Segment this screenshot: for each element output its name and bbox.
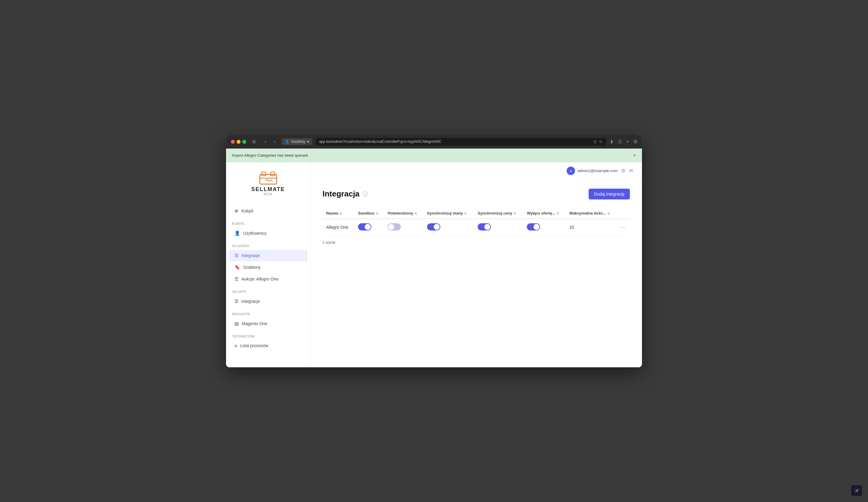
sidebar-section-label: TECHNICZNE — [226, 330, 310, 340]
main-content: a admin1@example.com ⚙ ✉ Integracja ⓘ Do… — [310, 163, 642, 367]
chevron-down-icon: ▾ — [307, 139, 309, 144]
avatar: a — [567, 167, 575, 175]
sidebar-toggle-icon[interactable]: ⊞ — [250, 139, 258, 145]
settings-icon[interactable]: ⚙ — [621, 168, 626, 174]
sidebar-item-integracje-sklepy[interactable]: ☰Integracje — [228, 296, 308, 307]
uzytkownicy-label: Użytkownicy — [243, 231, 267, 236]
page-title: Integracja — [322, 189, 360, 199]
toggle-synchronizuj_ceny[interactable] — [478, 223, 491, 230]
col-nazwa[interactable]: Nazwa⇅ — [322, 208, 354, 219]
profile-selector[interactable]: 👤 Osobisty ▾ — [282, 138, 312, 145]
new-tab-icon[interactable]: + — [626, 139, 629, 145]
cell-synchronizuj_ceny — [474, 219, 523, 236]
logo-beta: BETA — [264, 192, 272, 196]
uzytkownicy-icon: 👤 — [235, 230, 240, 236]
integracje-allegro-label: Integracje — [241, 253, 260, 258]
cast-icon: ⊡ — [593, 139, 597, 144]
sidebar-nav: ⊕KokpitKONTA👤UżytkownicyALLEGRO☰Integrac… — [226, 205, 310, 351]
toggle-wylacz_oferte[interactable] — [527, 223, 540, 230]
sidebar-item-integracje-allegro[interactable]: ☰Integracje — [228, 250, 308, 261]
download-icon[interactable]: ⬇ — [610, 139, 614, 145]
user-email: admin1@example.com — [577, 168, 618, 173]
logo-icon — [259, 171, 277, 185]
sidebar-section-label: KONTA — [226, 217, 310, 227]
aukcje-icon: ☰ — [235, 276, 238, 282]
col-synchronizuj-ceny[interactable]: Synchronizuj ceny⇅ — [474, 208, 523, 219]
more-actions-button[interactable]: ··· — [621, 224, 626, 230]
table-body: Allegro One10··· — [322, 219, 630, 236]
col-maksymalna-ilosc[interactable]: Maksymalna ilość...⇅ — [566, 208, 617, 219]
col-synchronizuj-stany[interactable]: Synchronizuj stany⇅ — [423, 208, 474, 219]
add-integration-button[interactable]: Dodaj integrację — [589, 189, 630, 199]
page-header: Integracja ⓘ Dodaj integrację — [322, 189, 630, 199]
notification-close-button[interactable]: × — [633, 153, 636, 158]
sidebar-item-lista-procesow[interactable]: ≡Lista procesów — [228, 340, 308, 351]
aukcje-label: Aukcje: Allegro One — [241, 276, 278, 281]
col-wylacz-oferte[interactable]: Wyłącz ofertę...⇅ — [523, 208, 566, 219]
sort-icon: ⇅ — [376, 212, 378, 215]
cell-potwierdzony — [384, 219, 423, 236]
logo-area: SELLMATE BETA — [226, 168, 310, 205]
reload-icon[interactable]: ↻ — [599, 139, 602, 144]
integracje-allegro-icon: ☰ — [235, 253, 238, 258]
sidebar-item-aukcje[interactable]: ☰Aukcje: Allegro One — [228, 273, 308, 285]
app-layout: SELLMATE BETA ⊕KokpitKONTA👤UżytkownicyAL… — [226, 163, 642, 367]
sort-icon: ⇅ — [414, 212, 417, 215]
kokpit-icon: ⊕ — [235, 208, 238, 213]
szablony-label: Szablony — [243, 265, 261, 270]
page-title-row: Integracja ⓘ — [322, 189, 368, 199]
sidebar-item-kokpit[interactable]: ⊕Kokpit — [228, 205, 308, 217]
mail-icon[interactable]: ✉ — [629, 168, 633, 174]
help-icon[interactable]: ⓘ — [363, 190, 368, 198]
logo-text: SELLMATE — [251, 186, 285, 192]
sidebar-item-uzytkownicy[interactable]: 👤Użytkownicy — [228, 228, 308, 239]
cell-synchronizuj_stany — [423, 219, 474, 236]
maximize-button[interactable] — [242, 140, 246, 144]
lista-procesow-icon: ≡ — [235, 343, 237, 348]
sidebar-section-label: ALLEGRO — [226, 239, 310, 250]
sort-icon: ⇅ — [557, 212, 559, 215]
address-bar[interactable]: app.test/admin?crudAction=index&crudCont… — [316, 138, 606, 146]
cell-maksymalna-ilosc: 10 — [566, 219, 617, 236]
toggle-sandbox[interactable] — [358, 223, 371, 230]
top-bar: a admin1@example.com ⚙ ✉ — [310, 163, 642, 180]
svg-rect-3 — [271, 172, 275, 176]
table-row: Allegro One10··· — [322, 219, 630, 236]
sidebar-section-label: SKLEPY — [226, 285, 310, 295]
sort-icon: ⇅ — [514, 212, 516, 215]
col-sandbox[interactable]: Sandbox⇅ — [354, 208, 384, 219]
browser-chrome: ⊞ ‹ › 👤 Osobisty ▾ app.test/admin?crudAc… — [226, 135, 642, 148]
magento-icon: ▤ — [235, 321, 239, 326]
sidebar-item-magento[interactable]: ▤Magento One — [228, 318, 308, 330]
sidebar-item-szablony[interactable]: 🔖Szablony — [228, 262, 308, 273]
sort-icon: ⇅ — [607, 212, 610, 215]
close-button[interactable] — [231, 140, 235, 144]
cell-nazwa: Allegro One — [322, 219, 354, 236]
symfony-badge: 𝒮 — [851, 485, 862, 496]
integrations-table: Nazwa⇅Sandbox⇅Potwierdzony⇅Synchronizuj … — [322, 208, 630, 236]
integracje-sklepy-label: Integracje — [241, 299, 260, 304]
browser-nav-controls: ‹ › — [262, 139, 278, 144]
cell-wylacz_oferte — [523, 219, 566, 236]
share-icon[interactable]: ⎙ — [619, 139, 621, 145]
notification-message: Import Allegro Categories has beed queue… — [232, 153, 309, 158]
sidebar-section-label: MAGAZYN — [226, 307, 310, 317]
profile-icon: 👤 — [285, 139, 289, 144]
symfony-icon: 𝒮 — [855, 488, 858, 493]
traffic-lights — [231, 140, 246, 144]
url-text: app.test/admin?crudAction=index&crudCont… — [319, 139, 591, 144]
forward-button[interactable]: › — [271, 139, 278, 144]
toggle-potwierdzony[interactable] — [388, 223, 401, 230]
minimize-button[interactable] — [237, 140, 240, 144]
col-potwierdzony[interactable]: Potwierdzony⇅ — [384, 208, 423, 219]
toggle-synchronizuj_stany[interactable] — [427, 223, 440, 230]
address-bar-icons: ⊡ ↻ — [593, 139, 602, 144]
szablony-icon: 🔖 — [235, 264, 240, 270]
windows-icon[interactable]: ⧉ — [634, 139, 637, 145]
cell-actions: ··· — [617, 219, 630, 236]
sidebar: SELLMATE BETA ⊕KokpitKONTA👤UżytkownicyAL… — [226, 163, 310, 367]
lista-procesow-label: Lista procesów — [240, 343, 268, 348]
back-button[interactable]: ‹ — [262, 139, 269, 144]
content-area: Integracja ⓘ Dodaj integrację Nazwa⇅Sand… — [310, 180, 642, 254]
col-actions — [617, 208, 630, 219]
